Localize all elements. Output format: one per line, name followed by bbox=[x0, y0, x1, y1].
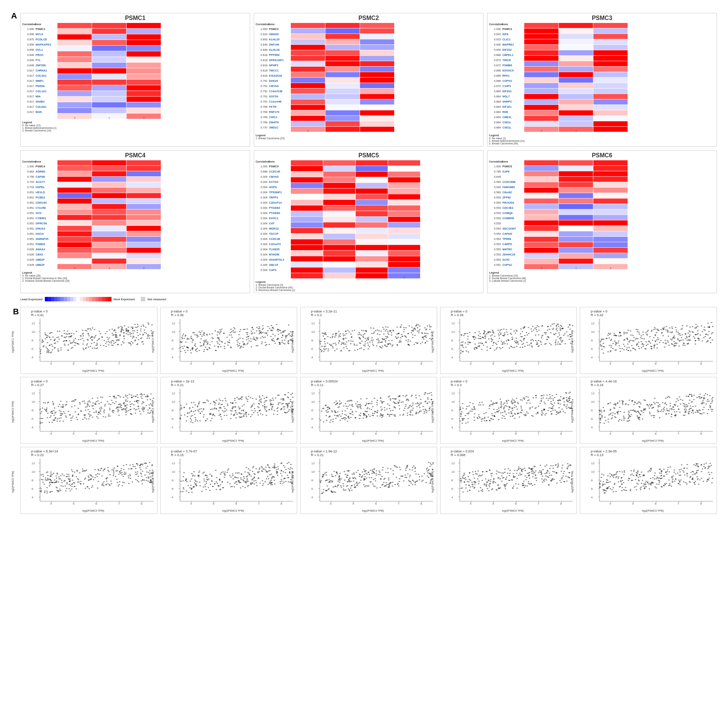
gene-row: 0.817PDE6A bbox=[22, 83, 56, 88]
r-value: R = 0.24 bbox=[591, 383, 603, 387]
gene-name: CMYA5 bbox=[269, 84, 289, 88]
legend-item-psmc4-0: 0. No value (28) bbox=[22, 275, 248, 277]
gene-row: 0.304PTGEB3 bbox=[255, 210, 289, 215]
gene-row: 0.553SC5C bbox=[489, 257, 523, 262]
scatter-stats: p-value = 0R = 0.26 bbox=[451, 309, 575, 317]
gene-name: ZNF148 bbox=[269, 43, 289, 46]
heatmap-grid-psmc6 bbox=[524, 160, 628, 270]
gene-name: MAPKAPK2 bbox=[36, 43, 56, 46]
psmc6-gene-list: 1.000PSMC60.785GJP60.6490.583CCDC90B0.54… bbox=[489, 164, 523, 267]
corr-value: 1.000 bbox=[22, 165, 34, 168]
gene-row: 0.304TP53INP1 bbox=[255, 190, 289, 195]
r-value: R = 0.26 bbox=[451, 313, 464, 317]
scatter-canvas bbox=[451, 317, 575, 369]
r-value: R = 0.41 bbox=[31, 313, 44, 317]
corr-value: 0.553 bbox=[489, 248, 501, 251]
gene-name: FTL bbox=[36, 59, 56, 62]
corr-value: 0.651 bbox=[22, 196, 34, 199]
corr-value: 1.000 bbox=[489, 27, 501, 31]
gene-row: 0.304CMYA5 bbox=[255, 174, 289, 179]
gene-name: DHX29 bbox=[269, 79, 289, 83]
gene-row: 0.703HSPEL bbox=[22, 184, 56, 190]
scatter-canvas bbox=[171, 457, 296, 509]
r-value: R = 0.068 bbox=[451, 453, 465, 457]
gene-row: 0.583C6or62 bbox=[489, 190, 523, 195]
corr-value: 0.651 bbox=[22, 201, 34, 204]
gene-name: PROC bbox=[36, 53, 56, 57]
heatmap-grid-psmc3 bbox=[524, 23, 628, 132]
gene-name: SFRS12IP1 bbox=[269, 59, 289, 62]
r-value: R = 0.42 bbox=[591, 313, 603, 317]
gene-header-3: Gene bbox=[502, 23, 522, 26]
scatter-stats: p-value = 2.3e-05R = 0.13 bbox=[591, 449, 715, 457]
gene-name: CBX2 bbox=[36, 253, 56, 256]
scatter-ylabel: log2(PSMC5 TPM) bbox=[431, 331, 433, 353]
gene-row: 0.791DHX29 bbox=[255, 78, 289, 83]
gene-name: MAPRE1 bbox=[502, 43, 523, 46]
heatmap-title-psmc6: PSMC6 bbox=[489, 152, 715, 159]
corr-value: 0.626 bbox=[22, 263, 34, 267]
scatter-xlabel: log2(PSMC3 TPM) bbox=[171, 510, 296, 512]
gene-row: 0.649 bbox=[489, 174, 523, 179]
scatter-canvas-wrapper bbox=[451, 317, 575, 369]
r-value: R = 0.15 bbox=[171, 453, 184, 457]
corr-value: 0.304 bbox=[255, 185, 267, 189]
corr-value: 0.304 bbox=[255, 175, 267, 179]
gene-row: 0.304TRPP3 bbox=[255, 195, 289, 200]
corr-value: 0.304 bbox=[255, 258, 267, 261]
gene-row: 0.791CMYA5 bbox=[255, 83, 289, 88]
corr-value: 0.864 bbox=[489, 126, 501, 129]
gene-row: 0.304PTGEB3 bbox=[255, 205, 289, 210]
scatter-ylabel: log2(PSMC1 TPM) bbox=[12, 331, 14, 353]
gene-row: 0.848FTL bbox=[22, 58, 56, 62]
r-value: R = 0.36 bbox=[171, 313, 184, 317]
gene-row: 0.304ABC15 bbox=[255, 262, 289, 267]
gene-name: ZNF358 bbox=[36, 64, 56, 67]
scatter-xlabel: log2(PSMC1 TPM) bbox=[451, 370, 575, 372]
corr-value: 0.553 bbox=[489, 243, 501, 246]
scatter-panel: p-value = 3.2e-11R = 0.2log2(PSMC4 TPM)l… bbox=[300, 307, 437, 374]
gene-name: UBE2F bbox=[36, 263, 56, 267]
gene-row: 0.553ZFP90 bbox=[489, 195, 523, 200]
gene-row: 0.766ZNHIT6 bbox=[255, 120, 289, 125]
corr-value: 0.886 bbox=[489, 69, 501, 72]
scatter-canvas bbox=[171, 387, 296, 439]
gene-name: COL6A1 bbox=[36, 105, 56, 108]
corr-value: 0.875 bbox=[22, 38, 34, 41]
gene-row: 0.872PSMB6 bbox=[489, 62, 523, 68]
gene-row: 0.553TPR68 bbox=[489, 236, 523, 241]
gene-name: CAPAN bbox=[502, 232, 523, 235]
r-value: R = 0.21 bbox=[171, 383, 184, 387]
gene-name: PSMD2 bbox=[36, 243, 56, 246]
gene-name: C7or/68 bbox=[36, 206, 56, 209]
scatter-canvas-wrapper bbox=[31, 457, 156, 509]
legend-item-psmc5-0: 1. Breast Carcinoma (3) bbox=[255, 284, 482, 286]
gene-row: 0.304CAP3 bbox=[255, 267, 289, 273]
scatter-ylabel: log2(PSMC5 TPM) bbox=[12, 471, 14, 493]
heatmap-grid-psmc1 bbox=[58, 23, 161, 119]
pvalue: p-value = 0 bbox=[451, 309, 468, 313]
scatter-ylabel: log2(PSMC3 TPM) bbox=[151, 331, 154, 353]
corr-value: 0.791 bbox=[255, 100, 267, 103]
pvalue: p-value = 3.7e-07 bbox=[171, 449, 197, 453]
gene-name: CMYA5 bbox=[269, 175, 289, 179]
scatter-ylabel: log2(PSMC4 TPM) bbox=[151, 401, 154, 423]
scatter-xlabel: log2(PSMC2 TPM) bbox=[171, 440, 296, 442]
heatmap-psmc6: PSMC6 Correlation Gene 1.000PSMC60.785GJ… bbox=[487, 150, 717, 293]
gene-name: COMR06 bbox=[502, 217, 523, 220]
psmc4-gene-list: 1.000PSMC40.863ADRM10.756CAP2B0.703ACGT7… bbox=[22, 164, 56, 267]
scatter-canvas-wrapper bbox=[591, 317, 715, 369]
gene-row: 0.818KIAA2018 bbox=[255, 73, 289, 78]
gene-row: 0.651SNRNP25 bbox=[22, 236, 56, 241]
corr-value: 1.000 bbox=[255, 165, 267, 168]
corr-value: 0.688 bbox=[255, 170, 267, 173]
gene-name: EIF2S2 bbox=[502, 48, 523, 52]
gene-name: PCBD2 bbox=[36, 196, 56, 199]
heatmap-psmc2: PSMC2 Correlation Gene 1.000PSMC20.923SM… bbox=[254, 13, 483, 147]
corr-header-6: Correlation bbox=[489, 160, 501, 163]
gene-row: 0.766FKTN bbox=[255, 104, 289, 109]
legend-psmc2: Legend 1. Breast Carcinoma (23) bbox=[255, 133, 482, 140]
gene-row: 0.304HOPS bbox=[255, 184, 289, 190]
scatter-panel: p-value = 8.3e+14R = 0.22log2(PSMC5 TPM)… bbox=[20, 447, 158, 514]
gene-name: COPS2 bbox=[502, 263, 523, 267]
